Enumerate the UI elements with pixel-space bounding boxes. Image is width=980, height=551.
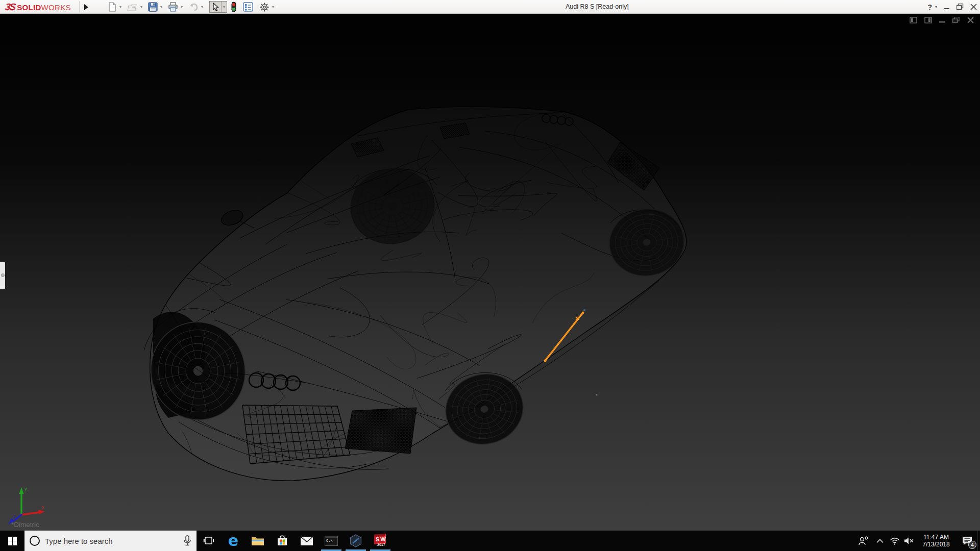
file-explorer-icon bbox=[251, 535, 264, 546]
tray-overflow-button[interactable] bbox=[872, 531, 888, 551]
show-panel-left-button[interactable] bbox=[910, 17, 917, 23]
task-view-icon bbox=[203, 536, 214, 546]
solidworks-logo: 3S SOLID WORKS bbox=[5, 2, 71, 13]
doc-minimize-button[interactable] bbox=[939, 17, 945, 23]
menu-expand-arrow[interactable] bbox=[83, 2, 90, 12]
doc-restore-button[interactable] bbox=[952, 17, 960, 23]
show-panel-right-button[interactable] bbox=[924, 17, 932, 23]
undo-dropdown-caret[interactable]: ▾ bbox=[200, 5, 204, 9]
select-dropdown-caret[interactable]: ▾ bbox=[221, 2, 227, 12]
traffic-light-icon bbox=[231, 2, 237, 12]
save-floppy-icon bbox=[148, 2, 158, 12]
ds-logo-mark: 3S bbox=[4, 2, 15, 13]
properties-list-icon bbox=[243, 2, 253, 12]
triad-y-label: y bbox=[24, 486, 27, 491]
undo-button[interactable] bbox=[187, 1, 200, 13]
people-button[interactable] bbox=[855, 531, 872, 551]
help-dropdown-caret[interactable]: ▾ bbox=[935, 5, 937, 9]
gear-icon bbox=[259, 2, 270, 12]
stray-vertex-dot bbox=[596, 394, 597, 395]
orientation-triad: y x z bbox=[6, 482, 49, 526]
file-explorer-button[interactable] bbox=[246, 531, 270, 551]
new-dropdown-caret[interactable]: ▾ bbox=[118, 5, 122, 9]
rebuild-button[interactable] bbox=[229, 1, 238, 13]
edge-button[interactable]: e bbox=[221, 531, 246, 551]
mail-icon bbox=[300, 536, 313, 546]
windows-taskbar: e bbox=[0, 531, 980, 551]
taskbar-app-icons: e bbox=[197, 531, 393, 551]
window-controls: ? ▾ bbox=[927, 0, 977, 14]
titlebar: 3S SOLID WORKS ▾ ▾ bbox=[0, 0, 980, 14]
print-button[interactable] bbox=[166, 1, 180, 13]
close-button[interactable] bbox=[970, 4, 977, 10]
store-button[interactable] bbox=[270, 531, 295, 551]
brand-works: WORKS bbox=[41, 3, 71, 12]
selected-edge[interactable] bbox=[544, 309, 585, 362]
undo-arrow-icon bbox=[188, 3, 199, 11]
separator bbox=[79, 1, 80, 13]
settings-dropdown-caret[interactable]: ▾ bbox=[271, 5, 275, 9]
clock[interactable]: 11:47 AM 7/13/2018 bbox=[918, 531, 954, 551]
volume-button[interactable] bbox=[901, 531, 916, 551]
print-dropdown-caret[interactable]: ▾ bbox=[180, 5, 184, 9]
system-tray: 11:47 AM 7/13/2018 4 bbox=[855, 531, 980, 551]
solidworks-2017-icon: SW 2017 bbox=[373, 534, 387, 548]
people-icon bbox=[858, 536, 869, 546]
save-button[interactable] bbox=[146, 1, 159, 13]
chevron-up-icon bbox=[876, 539, 884, 543]
triad-x-label: x bbox=[42, 505, 44, 510]
open-button[interactable] bbox=[126, 1, 139, 13]
windows-logo-icon bbox=[8, 537, 17, 545]
microphone-icon[interactable] bbox=[183, 535, 191, 546]
save-dropdown-caret[interactable]: ▾ bbox=[159, 5, 163, 9]
task-view-button[interactable] bbox=[197, 531, 221, 551]
show-desktop-button[interactable] bbox=[977, 531, 980, 551]
wifi-icon bbox=[890, 537, 900, 545]
command-prompt-button[interactable]: C:\ bbox=[319, 531, 344, 551]
help-button[interactable]: ? bbox=[927, 3, 932, 11]
clock-time: 11:47 AM bbox=[922, 534, 949, 541]
print-icon bbox=[168, 2, 178, 12]
solidworks-app-button[interactable]: SW 2017 bbox=[368, 531, 393, 551]
cortana-icon bbox=[30, 536, 40, 546]
select-cursor-icon bbox=[211, 3, 219, 12]
quick-toolbar: ▾ ▾ ▾ bbox=[106, 0, 278, 14]
search-input[interactable] bbox=[45, 537, 178, 545]
store-icon bbox=[276, 535, 288, 547]
restore-button[interactable] bbox=[957, 4, 964, 10]
wifi-button[interactable] bbox=[888, 531, 901, 551]
minimize-button[interactable] bbox=[944, 4, 950, 10]
options-list-button[interactable] bbox=[241, 1, 255, 13]
document-window-controls bbox=[910, 17, 974, 23]
edge-endpoint-vertex bbox=[583, 309, 585, 311]
settings-button[interactable] bbox=[258, 1, 271, 13]
hexagon-app-icon bbox=[349, 534, 362, 547]
select-tool-group: ▾ bbox=[209, 1, 227, 13]
open-folder-icon bbox=[127, 3, 138, 12]
open-dropdown-caret[interactable]: ▾ bbox=[139, 5, 143, 9]
screen: 3S SOLID WORKS ▾ ▾ bbox=[0, 0, 980, 551]
doc-close-button[interactable] bbox=[967, 17, 974, 23]
view-orientation-label: *Dimetric bbox=[11, 521, 39, 529]
right-triangle-icon bbox=[84, 4, 88, 10]
mail-button[interactable] bbox=[295, 531, 319, 551]
selection-overlay bbox=[0, 14, 980, 531]
graphics-viewport[interactable]: y x z *Dimetric bbox=[0, 14, 980, 531]
taskbar-search[interactable] bbox=[24, 531, 197, 551]
brand-solid: SOLID bbox=[17, 3, 41, 12]
new-document-icon bbox=[108, 2, 117, 12]
collapsed-panel-tab[interactable] bbox=[0, 262, 5, 289]
hexagon-app-button[interactable] bbox=[344, 531, 368, 551]
window-title: Audi R8 S [Read-only] bbox=[566, 3, 629, 10]
clock-date: 7/13/2018 bbox=[922, 541, 949, 548]
action-center-button[interactable]: 4 bbox=[957, 531, 977, 551]
volume-muted-icon bbox=[904, 537, 914, 545]
edge-icon: e bbox=[228, 533, 238, 548]
panel-tab-knob bbox=[1, 273, 5, 277]
select-button[interactable] bbox=[210, 1, 221, 13]
start-button[interactable] bbox=[0, 531, 24, 551]
new-document-button[interactable] bbox=[106, 1, 118, 13]
triad-z-label: z bbox=[13, 514, 16, 519]
notification-badge: 4 bbox=[968, 541, 976, 549]
command-prompt-icon: C:\ bbox=[325, 536, 338, 546]
